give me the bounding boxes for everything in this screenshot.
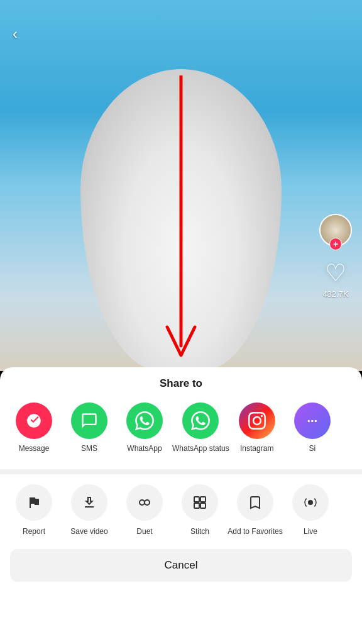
add-favorites-label: Add to Favorites — [228, 527, 282, 537]
svg-point-1 — [140, 500, 145, 505]
save-video-label: Save video — [70, 527, 107, 537]
sms-label: SMS — [81, 444, 97, 454]
action-stitch[interactable]: Stitch — [172, 484, 228, 537]
cat-illustration — [80, 69, 282, 371]
instagram-icon — [239, 402, 275, 439]
more-label: Si — [309, 444, 315, 454]
more-icon: ··· — [294, 402, 331, 439]
share-title: Share to — [0, 377, 362, 390]
share-panel: Share to Message SMS — [0, 367, 362, 644]
action-add-favorites[interactable]: Add to Favorites — [228, 484, 283, 537]
heart-icon: ♡ — [325, 259, 346, 287]
live-label: Live — [304, 527, 317, 537]
panel-divider — [0, 469, 362, 474]
live-icon — [292, 484, 329, 521]
message-icon — [16, 402, 52, 439]
whatsapp-status-label: WhatsApp status — [172, 444, 229, 454]
svg-rect-4 — [200, 497, 206, 502]
share-apps-list: Message SMS WhatsApp — [0, 402, 362, 454]
stitch-icon — [182, 484, 218, 521]
action-save-video[interactable]: Save video — [62, 484, 117, 537]
stitch-label: Stitch — [190, 527, 209, 537]
action-live[interactable]: Live — [283, 484, 338, 537]
sms-icon — [71, 402, 107, 439]
like-button[interactable]: ♡ 432.7K — [322, 259, 348, 299]
back-button[interactable]: ‹ — [13, 25, 18, 43]
svg-rect-6 — [200, 503, 206, 508]
whatsapp-status-icon — [182, 402, 219, 439]
cancel-button[interactable]: Cancel — [10, 549, 352, 582]
message-label: Message — [19, 444, 50, 454]
svg-point-2 — [145, 500, 150, 505]
action-list: Report Save video Duet — [0, 484, 362, 537]
like-count: 432.7K — [322, 289, 348, 299]
share-app-whatsapp[interactable]: WhatsApp — [117, 402, 172, 454]
report-label: Report — [23, 527, 45, 537]
follow-badge[interactable]: + — [329, 238, 342, 250]
share-app-message[interactable]: Message — [6, 402, 62, 454]
whatsapp-label: WhatsApp — [127, 444, 162, 454]
duet-label: Duet — [136, 527, 152, 537]
action-report[interactable]: Report — [6, 484, 62, 537]
whatsapp-icon — [126, 402, 163, 439]
duet-icon — [126, 484, 163, 521]
svg-rect-5 — [194, 503, 199, 508]
report-icon — [16, 484, 52, 521]
right-action-bar: + ♡ 432.7K — [319, 214, 352, 299]
action-duet[interactable]: Duet — [117, 484, 172, 537]
svg-rect-3 — [194, 497, 199, 502]
creator-avatar[interactable]: + — [319, 214, 352, 247]
share-app-whatsapp-status[interactable]: WhatsApp status — [172, 402, 229, 454]
share-app-more[interactable]: ··· Si — [285, 402, 340, 454]
svg-point-7 — [308, 500, 313, 505]
video-background — [0, 0, 362, 371]
save-video-icon — [71, 484, 107, 521]
share-app-sms[interactable]: SMS — [62, 402, 117, 454]
add-favorites-icon — [237, 484, 273, 521]
instagram-label: Instagram — [240, 444, 273, 454]
share-app-instagram[interactable]: Instagram — [229, 402, 285, 454]
